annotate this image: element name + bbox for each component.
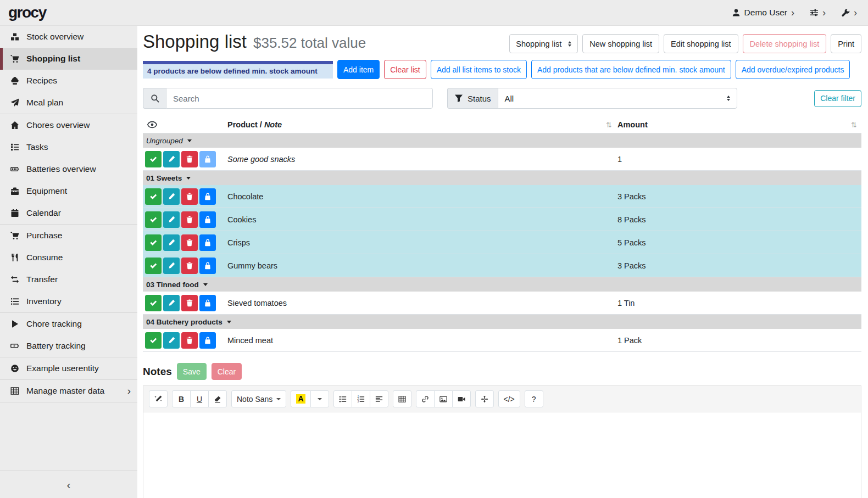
- sidebar-item-shopping-list[interactable]: Shopping list: [0, 48, 137, 70]
- help-button[interactable]: ?: [525, 390, 543, 407]
- delete-item-button[interactable]: [181, 258, 198, 274]
- edit-item-button[interactable]: [163, 234, 180, 251]
- delete-item-button[interactable]: [181, 151, 198, 167]
- group-header-01-sweets[interactable]: 01 Sweets: [143, 171, 861, 185]
- font-family-button[interactable]: Noto Sans: [231, 390, 286, 407]
- sidebar-item-chore-tracking[interactable]: Chore tracking: [0, 313, 137, 335]
- sidebar-item-consume[interactable]: Consume: [0, 247, 137, 268]
- edit-shopping-list-button[interactable]: Edit shopping list: [664, 34, 738, 53]
- add-to-stock-button[interactable]: [199, 295, 216, 311]
- add-to-stock-button[interactable]: [199, 188, 216, 205]
- underline-button[interactable]: U: [190, 390, 209, 407]
- font-color-caret-button[interactable]: [310, 390, 329, 407]
- sidebar-collapse-button[interactable]: ‹: [0, 471, 137, 498]
- settings-menu[interactable]: ›: [810, 8, 826, 18]
- below-min-stock-alert[interactable]: 4 products are below defined min. stock …: [143, 61, 333, 79]
- product-name: Gummy bears: [227, 261, 277, 270]
- group-header-03-tinned-food[interactable]: 03 Tinned food: [143, 277, 861, 292]
- add-overdue-button[interactable]: Add overdue/expired products: [736, 60, 850, 79]
- fullscreen-button[interactable]: [475, 390, 494, 407]
- mark-done-button[interactable]: [145, 332, 162, 349]
- edit-item-button[interactable]: [163, 211, 180, 228]
- sidebar-item-meal-plan[interactable]: Meal plan: [0, 92, 137, 114]
- user-menu[interactable]: Demo User ›: [732, 8, 794, 18]
- shopping-list-row: Sieved tomatoes1 Tin: [143, 292, 861, 315]
- style-magic-button[interactable]: [149, 390, 168, 407]
- edit-item-button[interactable]: [163, 258, 180, 274]
- font-color-button[interactable]: A: [291, 390, 310, 407]
- toggle-done-eye-icon[interactable]: [147, 120, 157, 130]
- sort-icon[interactable]: ⇅: [851, 121, 857, 129]
- sidebar-item-stock-overview[interactable]: Stock overview: [0, 26, 137, 48]
- unordered-list-button[interactable]: [333, 390, 352, 407]
- sidebar-item-equipment[interactable]: Equipment: [0, 180, 137, 202]
- delete-item-button[interactable]: [181, 234, 198, 251]
- sidebar-item-manage-master-data[interactable]: Manage master data›: [0, 380, 137, 402]
- table-icon: [398, 395, 406, 403]
- add-to-stock-button[interactable]: [199, 258, 216, 274]
- delete-item-button[interactable]: [181, 188, 198, 205]
- edit-item-button[interactable]: [163, 295, 180, 311]
- sidebar-item-recipes[interactable]: Recipes: [0, 70, 137, 92]
- mark-done-button[interactable]: [145, 295, 162, 311]
- ordered-list-button[interactable]: 123: [352, 390, 370, 407]
- sidebar-item-transfer[interactable]: Transfer: [0, 268, 137, 290]
- clear-list-button[interactable]: Clear list: [384, 60, 426, 79]
- mark-done-button[interactable]: [145, 151, 162, 167]
- sidebar-item-chores-overview[interactable]: Chores overview: [0, 114, 137, 136]
- sidebar-item-label: Stock overview: [26, 32, 84, 42]
- notes-editor-area[interactable]: [143, 412, 861, 498]
- add-to-stock-button[interactable]: [199, 211, 216, 228]
- bold-button[interactable]: B: [172, 390, 191, 407]
- mark-done-button[interactable]: [145, 211, 162, 228]
- add-all-to-stock-button[interactable]: Add all list items to stock: [431, 60, 527, 79]
- insert-picture-button[interactable]: [434, 390, 453, 407]
- edit-item-button[interactable]: [163, 188, 180, 205]
- shopping-list-select[interactable]: Shopping list: [509, 34, 578, 53]
- status-select[interactable]: All: [498, 88, 737, 109]
- add-item-button[interactable]: Add item: [337, 60, 380, 79]
- sidebar-item-tasks[interactable]: Tasks: [0, 136, 137, 158]
- group-header-04-butchery-products[interactable]: 04 Butchery products: [143, 315, 861, 329]
- edit-item-button[interactable]: [163, 151, 180, 167]
- notes-save-button[interactable]: Save: [177, 363, 207, 380]
- group-header-ungrouped[interactable]: Ungrouped: [143, 133, 861, 148]
- insert-link-button[interactable]: [416, 390, 435, 407]
- sidebar-item-calendar[interactable]: Calendar: [0, 202, 137, 224]
- add-to-stock-button[interactable]: [199, 151, 216, 167]
- sidebar-item-battery-tracking[interactable]: Battery tracking: [0, 335, 137, 357]
- code-view-button[interactable]: </>: [498, 390, 520, 407]
- new-shopping-list-button[interactable]: New shopping list: [582, 34, 659, 53]
- admin-menu[interactable]: ›: [841, 8, 857, 18]
- sidebar-item-inventory[interactable]: Inventory: [0, 290, 137, 312]
- edit-item-button[interactable]: [163, 332, 180, 349]
- font-family-value: Noto Sans: [237, 395, 272, 404]
- smiley-icon: [10, 364, 21, 373]
- sidebar-item-example-userentity[interactable]: Example userentity: [0, 357, 137, 379]
- mark-done-button[interactable]: [145, 258, 162, 274]
- delete-item-button[interactable]: [181, 332, 198, 349]
- add-to-stock-button[interactable]: [199, 234, 216, 251]
- sidebar-item-purchase[interactable]: Purchase: [0, 225, 137, 247]
- delete-shopping-list-button[interactable]: Delete shopping list: [743, 34, 827, 53]
- sidebar-item-label: Manage master data: [26, 386, 104, 396]
- delete-item-button[interactable]: [181, 211, 198, 228]
- paragraph-align-button[interactable]: [370, 390, 388, 407]
- print-button[interactable]: Print: [831, 34, 861, 53]
- clear-format-button[interactable]: [208, 390, 227, 407]
- status-label: Status: [468, 94, 491, 103]
- add-to-stock-button[interactable]: [199, 332, 216, 349]
- delete-item-button[interactable]: [181, 295, 198, 311]
- insert-video-button[interactable]: [452, 390, 471, 407]
- insert-table-button[interactable]: [393, 390, 411, 407]
- search-input[interactable]: [166, 88, 433, 109]
- notes-clear-button[interactable]: Clear: [212, 363, 242, 380]
- sidebar-item-label: Batteries overview: [26, 164, 96, 174]
- clear-filter-button[interactable]: Clear filter: [814, 90, 861, 107]
- add-below-min-stock-button[interactable]: Add products that are below defined min.…: [531, 60, 731, 79]
- mark-done-button[interactable]: [145, 234, 162, 251]
- sort-icon[interactable]: ⇅: [606, 121, 612, 129]
- sidebar-item-batteries-overview[interactable]: Batteries overview: [0, 158, 137, 180]
- mark-done-button[interactable]: [145, 188, 162, 205]
- link-icon: [421, 395, 429, 403]
